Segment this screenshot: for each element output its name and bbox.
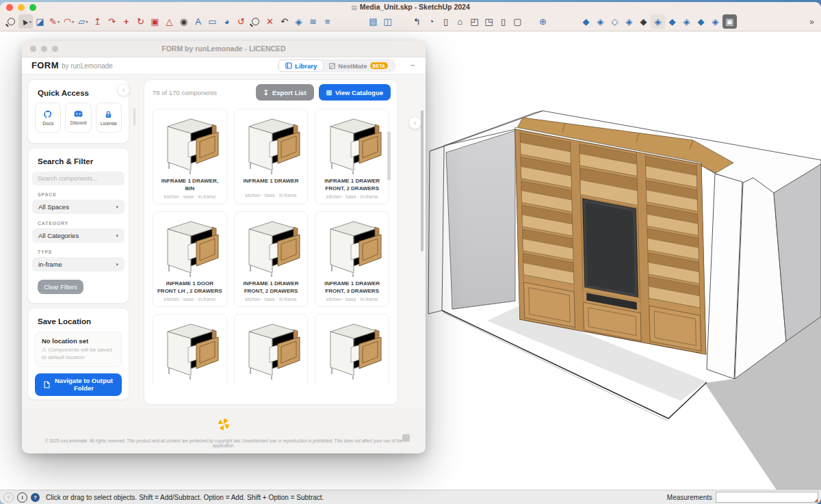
component-card[interactable]: INFRAME 1 DOOR FRONT LH , 2 DRAWERS kitc…	[153, 211, 227, 307]
section-display-tool[interactable]: ≡	[320, 14, 335, 29]
home-view-tool[interactable]: ⌂	[453, 14, 467, 29]
collapse-sidebar-button[interactable]: ‹	[117, 83, 130, 96]
component-card[interactable]: INFRAME 1 DRAWER FRONT, 3 DRAWERS kitche…	[315, 211, 389, 307]
component-tags: kitchen · base · in-frame	[315, 194, 389, 199]
docs-button[interactable]: Docs	[35, 103, 61, 133]
scale-tool[interactable]: ▣	[148, 14, 162, 29]
component-card[interactable]	[234, 314, 309, 385]
dropdown-caret-icon: ▾	[72, 20, 74, 24]
tab-library[interactable]: Library	[279, 60, 323, 71]
help-icon[interactable]: ?	[31, 493, 40, 502]
quick-access-panel: Quick Access Docs Discord License	[27, 79, 129, 144]
status-bar: ? i ? Click or drag to select objects. S…	[0, 490, 821, 504]
window-tool[interactable]: ▯	[439, 14, 453, 29]
eraser-tool[interactable]: ◪	[33, 14, 47, 29]
cabinet-thumbnail	[318, 215, 387, 278]
iso-view-9[interactable]: ◆	[694, 14, 708, 29]
offset-tool[interactable]: △	[162, 14, 177, 29]
move-tool[interactable]: +	[119, 14, 133, 29]
iso-view-7[interactable]: ◆	[665, 14, 679, 29]
iso-view-8[interactable]: ◈	[679, 14, 694, 29]
text-tool[interactable]: A	[191, 14, 205, 29]
geolocation-icon[interactable]: ?	[3, 492, 14, 503]
iso-view-4[interactable]: ◈	[622, 14, 636, 29]
select-tool[interactable]: ▲▾	[18, 14, 33, 29]
iso-view-3[interactable]: ◇	[608, 14, 622, 29]
components-tool[interactable]: ◫	[380, 14, 395, 29]
dimension-tool[interactable]: ▭	[205, 14, 220, 29]
zoom-search-tool[interactable]	[4, 14, 18, 29]
dialog-titlebar[interactable]: FORM by runLemonade - LICENCED	[22, 41, 426, 57]
pushpull-tool[interactable]: ↥	[90, 14, 105, 29]
search-filter-panel: Search & Filter SPACE All Spaces▾ CATEGO…	[27, 148, 129, 304]
rotate-tool[interactable]: ↻	[133, 14, 148, 29]
navigate-output-folder-button[interactable]: Navigate to Output Folder	[35, 373, 122, 396]
outliner-tool-icon: ▤	[369, 17, 377, 26]
magnifier-icon	[8, 18, 15, 25]
tab-switcher: Library NestMate BETA	[278, 59, 395, 72]
look-around-tool[interactable]: ◉	[177, 14, 191, 29]
followme-tool[interactable]: ↷	[105, 14, 119, 29]
lasso-tool[interactable]: ↰	[410, 14, 424, 29]
component-card[interactable]: INFRAME 1 DRAWER kitchen · base · in-fra…	[234, 109, 309, 204]
section-fill-tool[interactable]: ≋	[306, 14, 320, 29]
rectangle-tool[interactable]: ▱▾	[76, 14, 90, 29]
type-select[interactable]: in-frame▾	[32, 257, 125, 271]
clear-filters-button[interactable]: Clear Filters	[38, 280, 83, 294]
category-select[interactable]: All Categories▾	[32, 228, 125, 243]
arc-tool[interactable]: ◠▾	[62, 14, 76, 29]
toolbar-overflow-button[interactable]: »	[809, 17, 817, 27]
dialog-collapse-button[interactable]: –	[410, 60, 415, 68]
window-titlebar: ▤Media_Unit.skp - SketchUp 2024	[0, 2, 821, 12]
export-list-button[interactable]: ↧Export List	[256, 84, 314, 101]
iso-view-10-icon: ◈	[712, 17, 719, 26]
form-plugin-button[interactable]: ▣	[722, 14, 737, 29]
search-input[interactable]	[32, 172, 125, 185]
component-card[interactable]: INFRAME 1 DRAWER FRONT, 2 DRAWERS kitche…	[315, 109, 389, 204]
section-plane-tool[interactable]: ◈	[291, 14, 306, 29]
sidebar-scrollbar[interactable]	[133, 108, 135, 126]
page-tool-icon: ▯	[501, 17, 506, 26]
paste-tool[interactable]: ◳	[482, 14, 496, 29]
offset-tool-icon: △	[166, 17, 173, 26]
window-tool-icon: ▯	[443, 17, 448, 26]
status-hint: Click or drag to select objects. Shift =…	[46, 494, 324, 501]
component-name	[156, 383, 224, 385]
space-select[interactable]: All Spaces▾	[32, 200, 125, 214]
tab-nestmate[interactable]: NestMate BETA	[323, 60, 394, 71]
orbit-tool[interactable]: ↺	[234, 14, 248, 29]
freehand-tool[interactable]: ◔	[424, 14, 439, 29]
resize-corner-icon	[814, 499, 818, 502]
grid-scrollbar[interactable]	[387, 131, 391, 181]
iso-view-6[interactable]: ◈	[651, 14, 665, 29]
info-icon[interactable]: i	[17, 492, 27, 503]
outliner-tool[interactable]: ▤	[366, 14, 380, 29]
dialog-scrollbar[interactable]	[421, 110, 423, 252]
iso-view-1[interactable]: ◆	[579, 14, 593, 29]
previous-view-tool[interactable]: ↶	[277, 14, 291, 29]
component-card[interactable]: INFRAME 1 DRAWER, BIN kitchen · base · i…	[153, 109, 227, 204]
page-tool[interactable]: ▯	[496, 14, 510, 29]
view-catalogue-button[interactable]: ⊞View Catalogue	[319, 84, 391, 101]
line-tool[interactable]: ✎▾	[47, 14, 62, 29]
iso-view-5[interactable]: ◆	[636, 14, 651, 29]
measurements-input[interactable]	[716, 492, 818, 503]
component-card[interactable]: INFRAME 1 DRAWER FRONT, 2 DRAWERS kitche…	[234, 211, 309, 307]
iso-view-2[interactable]: ◈	[593, 14, 608, 29]
resize-handle[interactable]	[402, 434, 410, 442]
collapse-grid-button[interactable]: ‹	[408, 116, 421, 129]
license-button[interactable]: License	[96, 103, 122, 133]
iso-view-10[interactable]: ◈	[708, 14, 722, 29]
frame-tool[interactable]: ▢	[510, 14, 525, 29]
copy-tool[interactable]: ◰	[467, 14, 482, 29]
arc-tool-icon: ◠	[64, 17, 71, 26]
quick-access-title: Quick Access	[38, 89, 129, 97]
paint-bucket-tool[interactable]: ◕	[220, 14, 234, 29]
axes-tool[interactable]: ⊕	[536, 14, 550, 29]
zoom-tool[interactable]	[248, 14, 263, 29]
zoom-extents-tool[interactable]: ✕	[263, 14, 277, 29]
orbit-tool-icon: ↺	[237, 17, 245, 26]
component-card[interactable]	[315, 314, 389, 385]
discord-button[interactable]: Discord	[65, 103, 91, 133]
component-card[interactable]	[153, 314, 227, 385]
